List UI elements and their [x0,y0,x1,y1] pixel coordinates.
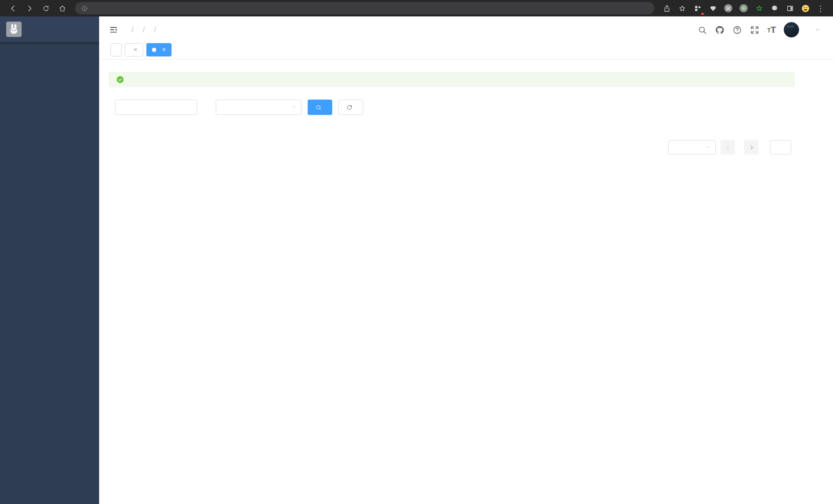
font-size-icon[interactable]: TT [767,26,776,34]
forward-icon[interactable] [23,2,36,15]
share-icon[interactable] [660,2,673,14]
site-info-icon[interactable] [81,5,88,12]
user-avatar[interactable] [784,22,799,37]
back-icon[interactable] [6,2,20,15]
puzzle-extension-icon[interactable] [768,2,781,14]
page-size-select[interactable] [668,140,716,154]
rabbit-logo-icon [6,22,22,37]
sidebar [0,16,99,504]
navbar-tools: TT [697,22,821,37]
tab-strip: × × [99,43,833,60]
goto-page-input[interactable] [770,140,791,154]
success-check-icon [116,75,124,84]
search-form [109,100,795,115]
breadcrumb: / / / [127,26,161,34]
search-icon[interactable] [697,25,707,35]
tab-token[interactable]: × [146,43,172,56]
split-window-extension-icon[interactable] [784,2,796,14]
prev-page-button[interactable] [721,140,735,154]
tab-close-icon[interactable]: × [162,46,166,53]
browser-menu-icon[interactable]: ⋮ [815,2,827,14]
user-id-input[interactable] [115,100,197,115]
reset-button[interactable] [338,100,363,115]
fullscreen-icon[interactable] [750,25,760,35]
github-icon[interactable] [715,25,725,35]
bookmark-star-icon[interactable] [676,2,688,14]
tab-close-icon[interactable]: × [134,46,138,53]
address-bar[interactable] [75,2,654,14]
next-page-button[interactable] [744,140,759,154]
select-caret-icon [705,144,711,150]
select-caret-icon [291,104,297,110]
tab-sensitive-word[interactable]: × [125,43,143,56]
page-content [99,60,833,154]
browser-chrome: ⌘ ⋮ [0,0,833,16]
search-button[interactable] [308,100,332,115]
top-navbar: / / / TT [99,16,833,43]
app-logo [0,16,99,42]
doc-alert [109,72,795,87]
reload-icon[interactable] [39,2,52,15]
collapse-menu-icon[interactable] [108,25,119,35]
active-tab-dot-icon [152,48,156,52]
user-menu-caret-icon[interactable] [815,27,821,33]
profile-emoji-icon[interactable] [799,2,811,14]
user-type-select[interactable] [216,100,301,115]
extension-grid-icon[interactable] [691,2,704,14]
record-extension-icon[interactable] [737,2,750,14]
gem-extension-icon[interactable] [707,2,719,14]
green-star-extension-icon[interactable] [753,2,765,14]
command-extension-icon[interactable]: ⌘ [722,2,734,14]
tab-home[interactable] [110,43,122,56]
sidebar-menu-lower [0,44,99,504]
help-icon[interactable] [732,25,742,35]
home-icon[interactable] [55,2,69,15]
extension-badge [701,13,704,15]
pagination [109,140,795,154]
